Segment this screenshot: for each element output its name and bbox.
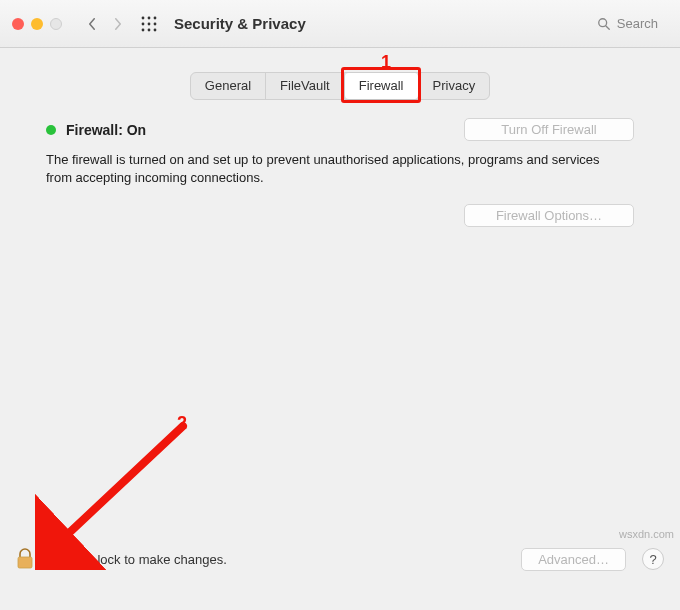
window-controls [12, 18, 70, 30]
svg-line-10 [606, 25, 609, 28]
close-window-icon[interactable] [12, 18, 24, 30]
tab-privacy[interactable]: Privacy [419, 73, 490, 99]
status-dot-icon [46, 125, 56, 135]
back-icon[interactable] [86, 18, 98, 30]
svg-line-12 [53, 426, 183, 548]
svg-point-7 [148, 28, 151, 31]
firewall-panel: Firewall: On Turn Off Firewall The firew… [18, 114, 662, 227]
svg-point-5 [154, 22, 157, 25]
watermark: wsxdn.com [619, 528, 674, 540]
lock-icon[interactable] [16, 548, 34, 570]
advanced-button[interactable]: Advanced… [521, 548, 626, 571]
search-field[interactable]: Search [597, 16, 668, 31]
svg-point-8 [154, 28, 157, 31]
help-button[interactable]: ? [642, 548, 664, 570]
footer-bar: Click the lock to make changes. Advanced… [0, 544, 680, 574]
search-icon [597, 17, 611, 31]
svg-point-2 [154, 16, 157, 19]
lock-text: Click the lock to make changes. [44, 552, 227, 567]
tab-general[interactable]: General [191, 73, 266, 99]
firewall-status-row: Firewall: On Turn Off Firewall [46, 118, 634, 141]
tab-filevault[interactable]: FileVault [266, 73, 345, 99]
firewall-options-button[interactable]: Firewall Options… [464, 204, 634, 227]
nav-arrows [80, 18, 130, 30]
svg-point-1 [148, 16, 151, 19]
svg-point-4 [148, 22, 151, 25]
maximize-window-icon[interactable] [50, 18, 62, 30]
firewall-description: The firewall is turned on and set up to … [46, 151, 606, 186]
forward-icon[interactable] [112, 18, 124, 30]
firewall-status-label: Firewall: On [66, 122, 146, 138]
window-toolbar: Security & Privacy Search [0, 0, 680, 48]
turn-off-firewall-button[interactable]: Turn Off Firewall [464, 118, 634, 141]
search-placeholder: Search [617, 16, 658, 31]
svg-rect-11 [18, 557, 32, 568]
svg-point-9 [599, 18, 607, 26]
svg-point-6 [142, 28, 145, 31]
svg-point-3 [142, 22, 145, 25]
tabs-row: General FileVault Firewall Privacy [0, 48, 680, 114]
tab-segment: General FileVault Firewall Privacy [190, 72, 490, 100]
annotation-step-2: 2 [177, 413, 187, 434]
window-title: Security & Privacy [168, 15, 306, 32]
svg-point-0 [142, 16, 145, 19]
show-all-icon[interactable] [140, 15, 158, 33]
tab-firewall[interactable]: Firewall [345, 73, 419, 99]
minimize-window-icon[interactable] [31, 18, 43, 30]
